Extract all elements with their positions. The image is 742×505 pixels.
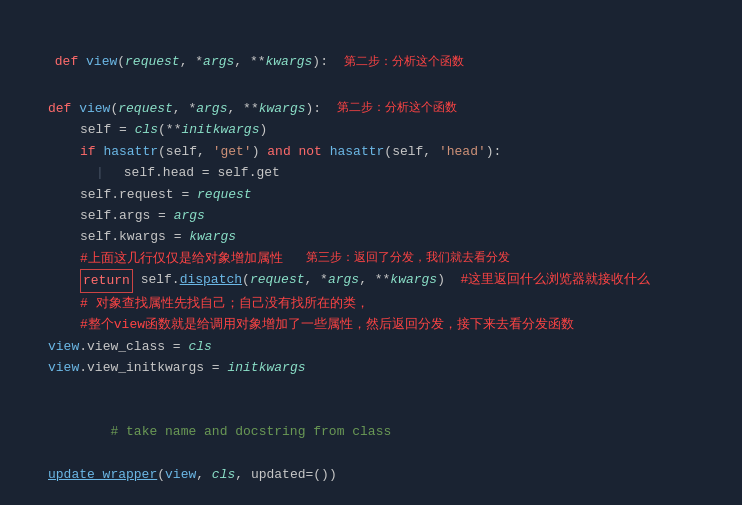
line-11: #整个view函数就是给调用对象增加了一些属性，然后返回分发，接下来去看分发函数 xyxy=(0,314,742,335)
keyword-def: def xyxy=(55,54,86,69)
line-def-view: def view(request, *args, **kwargs): 第二步：… xyxy=(0,8,742,94)
line-8: #上面这几行仅仅是给对象增加属性 第三步：返回了分发，我们就去看分发 xyxy=(0,248,742,269)
line-3: if hasattr(self, 'get') and not hasattr(… xyxy=(0,141,742,162)
step2-annotation: 第二步：分析这个函数 xyxy=(344,54,464,68)
line-17 xyxy=(0,485,742,505)
line-10: # 对象查找属性先找自己；自己没有找所在的类， xyxy=(0,293,742,314)
line-13: view.view_initkwargs = initkwargs xyxy=(0,357,742,378)
line-1: def view(request, *args, **kwargs): 第二步：… xyxy=(0,98,742,119)
comment-take-name: # take name and docstring from class xyxy=(110,424,391,439)
line-12: view.view_class = cls xyxy=(0,336,742,357)
line-5: self.request = request xyxy=(0,184,742,205)
line-14 xyxy=(0,378,742,399)
step3-annotation: 第三步：返回了分发，我们就去看分发 xyxy=(306,248,510,268)
line-2: self = cls(**initkwargs) xyxy=(0,119,742,140)
line-9: return self.dispatch(request, *args, **k… xyxy=(0,269,742,292)
line-7: self.kwargs = kwargs xyxy=(0,226,742,247)
func-update-wrapper: update_wrapper xyxy=(48,464,157,485)
line-15: # take name and docstring from class xyxy=(0,399,742,463)
func-name-view: view xyxy=(86,54,117,69)
line-4: | self.head = self.get xyxy=(0,162,742,183)
step2-label: 第二步：分析这个函数 xyxy=(337,98,457,118)
line-6: self.args = args xyxy=(0,205,742,226)
line-16: update_wrapper(view, cls, updated=()) xyxy=(0,464,742,485)
code-block: def view(request, *args, **kwargs): 第二步：… xyxy=(0,94,742,505)
code-viewer: def view(request, *args, **kwargs): 第二步：… xyxy=(0,0,742,505)
